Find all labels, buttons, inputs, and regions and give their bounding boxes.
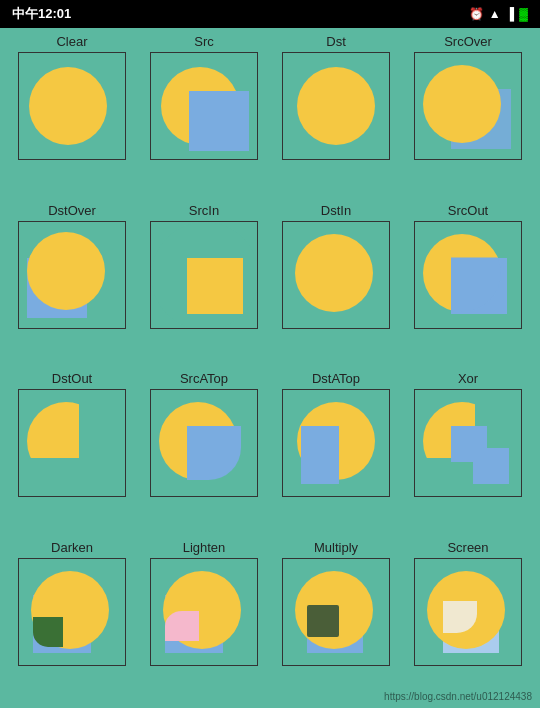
label-dstatop: DstATop — [312, 371, 360, 386]
blend-mode-grid: Clear Src Dst SrcOver DstOver — [0, 28, 540, 708]
battery-icon: ▓ — [519, 7, 528, 21]
label-srcover: SrcOver — [444, 34, 492, 49]
cell-xor: Xor — [404, 371, 532, 536]
circle-srcover — [423, 65, 501, 143]
box-screen — [414, 558, 522, 666]
label-dstin: DstIn — [321, 203, 351, 218]
box-srcin — [150, 221, 258, 329]
cell-dst: Dst — [272, 34, 400, 199]
cell-srcin: SrcIn — [140, 203, 268, 368]
box-xor — [414, 389, 522, 497]
multiply-overlap — [307, 605, 339, 637]
box-dstout — [18, 389, 126, 497]
box-darken — [18, 558, 126, 666]
label-srcout: SrcOut — [448, 203, 488, 218]
cell-src: Src — [140, 34, 268, 199]
srcin-rect — [187, 258, 243, 314]
lighten-overlap — [165, 611, 199, 641]
status-time: 中午12:01 — [12, 5, 71, 23]
circle-dst — [297, 67, 375, 145]
cell-screen: Screen — [404, 540, 532, 705]
status-icons: ⏰ ▲ ▐ ▓ — [469, 7, 528, 21]
alarm-icon: ⏰ — [469, 7, 484, 21]
cell-dstin: DstIn — [272, 203, 400, 368]
cell-lighten: Lighten — [140, 540, 268, 705]
box-lighten — [150, 558, 258, 666]
cell-srcout: SrcOut — [404, 203, 532, 368]
label-srcatop: SrcATop — [180, 371, 228, 386]
box-dstover — [18, 221, 126, 329]
srcatop-rect — [187, 426, 241, 480]
label-clear: Clear — [56, 34, 87, 49]
darken-overlap — [33, 617, 63, 647]
label-dst: Dst — [326, 34, 346, 49]
box-dstin — [282, 221, 390, 329]
label-darken: Darken — [51, 540, 93, 555]
dstin-circle — [295, 234, 373, 312]
label-dstout: DstOut — [52, 371, 92, 386]
circle-clear — [29, 67, 107, 145]
label-screen: Screen — [447, 540, 488, 555]
box-dst — [282, 52, 390, 160]
label-multiply: Multiply — [314, 540, 358, 555]
watermark: https://blog.csdn.net/u012124438 — [384, 691, 532, 702]
label-srcin: SrcIn — [189, 203, 219, 218]
cell-dstout: DstOut — [8, 371, 136, 536]
box-clear — [18, 52, 126, 160]
label-xor: Xor — [458, 371, 478, 386]
label-dstover: DstOver — [48, 203, 96, 218]
label-src: Src — [194, 34, 214, 49]
cell-dstover: DstOver — [8, 203, 136, 368]
status-bar: 中午12:01 ⏰ ▲ ▐ ▓ — [0, 0, 540, 28]
box-srcatop — [150, 389, 258, 497]
rect-src — [189, 91, 249, 151]
box-dstatop — [282, 389, 390, 497]
cell-srcatop: SrcATop — [140, 371, 268, 536]
box-srcout — [414, 221, 522, 329]
cell-multiply: Multiply — [272, 540, 400, 705]
cell-srcover: SrcOver — [404, 34, 532, 199]
circle-dstover — [27, 232, 105, 310]
cell-darken: Darken — [8, 540, 136, 705]
cell-clear: Clear — [8, 34, 136, 199]
box-srcover — [414, 52, 522, 160]
dstout-circle — [27, 402, 105, 480]
cell-dstatop: DstATop — [272, 371, 400, 536]
box-multiply — [282, 558, 390, 666]
signal-icon: ▐ — [506, 7, 515, 21]
box-src — [150, 52, 258, 160]
label-lighten: Lighten — [183, 540, 226, 555]
wifi-icon: ▲ — [489, 7, 501, 21]
